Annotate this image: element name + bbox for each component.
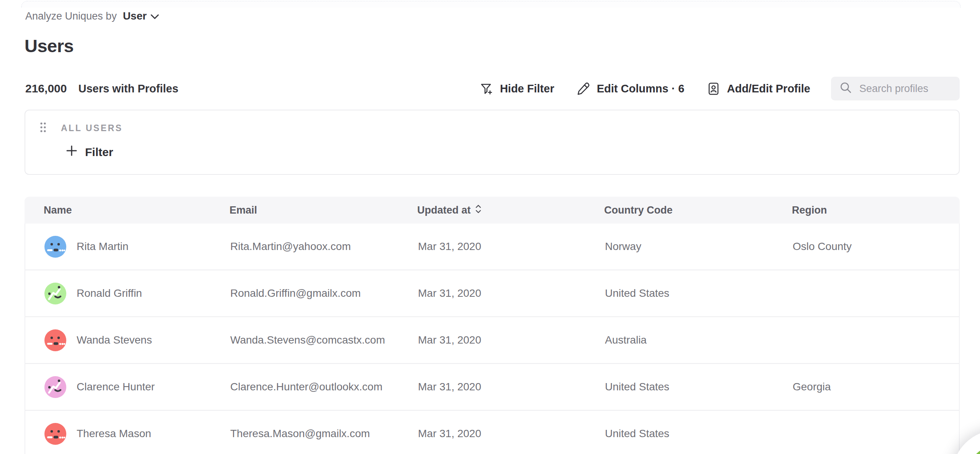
column-header-updated-at[interactable]: Updated at [417,204,604,217]
user-updated-at: Mar 31, 2020 [418,334,481,346]
page-title: Users [25,35,74,56]
avatar [44,376,66,398]
add-filter-label: Filter [85,146,113,159]
user-email: Ronald.Griffin@gmailx.com [230,287,361,299]
table-row[interactable]: Theresa Mason Theresa.Mason@gmailx.com M… [25,411,959,454]
face-neutral-icon [44,236,66,258]
table-body: Rita Martin Rita.Martin@yahoox.com Mar 3… [25,224,960,454]
chevron-down-icon [151,10,159,22]
user-name: Rita Martin [77,240,128,253]
add-edit-profile-button[interactable]: Add/Edit Profile [706,82,811,96]
user-name: Theresa Mason [77,428,151,440]
users-table: Name Email Updated at Country Code Regio… [25,197,960,454]
users-page: Analyze Uniques by User Users 216,000 Us… [0,0,980,454]
column-header-name[interactable]: Name [44,204,229,216]
search-profiles-input[interactable] [859,83,952,95]
user-country-code: Norway [605,240,641,252]
user-email: Wanda.Stevens@comcastx.com [230,334,385,346]
user-email: Clarence.Hunter@outlookx.com [230,381,382,393]
table-row[interactable]: Ronald Griffin Ronald.Griffin@gmailx.com… [25,270,959,317]
add-filter-button[interactable]: Filter [66,145,113,159]
face-smile-icon [44,376,66,398]
avatar [44,283,66,304]
analyze-by-value: User [123,10,147,22]
analyze-uniques-row: Analyze Uniques by User [25,10,159,22]
user-updated-at: Mar 31, 2020 [418,240,481,252]
column-header-email[interactable]: Email [229,204,417,216]
column-header-region[interactable]: Region [792,204,960,216]
table-header: Name Email Updated at Country Code Regio… [25,197,960,224]
card-top-edge [21,1,961,8]
stats-toolbar-row: 216,000 Users with Profiles Hide Filter … [25,76,960,101]
user-country-code: United States [605,428,669,439]
users-count: 216,000 [25,82,67,95]
user-country-code: United States [605,287,669,299]
analyze-by-dropdown[interactable]: User [123,10,159,22]
users-count-label: Users with Profiles [78,82,178,95]
face-smile-icon [44,283,66,304]
hide-filter-label: Hide Filter [500,82,554,95]
drag-handle-icon[interactable] [40,122,46,134]
column-header-country-code[interactable]: Country Code [604,204,792,216]
edit-columns-label: Edit Columns · 6 [597,82,685,95]
user-email: Rita.Martin@yahoox.com [230,240,351,252]
user-country-code: Australia [605,334,647,346]
filter-panel: ALL USERS Filter [25,110,960,175]
user-email: Theresa.Mason@gmailx.com [230,428,370,439]
search-icon [839,81,852,96]
face-neutral-icon [44,329,66,351]
table-row[interactable]: Clarence Hunter Clarence.Hunter@outlookx… [25,364,959,411]
user-region: Georgia [793,381,831,393]
funnel-plus-icon [479,82,493,96]
hide-filter-button[interactable]: Hide Filter [479,82,554,96]
avatar [44,236,66,258]
user-name: Ronald Griffin [77,287,142,299]
plus-icon [66,145,77,159]
analyze-uniques-label: Analyze Uniques by [25,10,117,22]
user-updated-at: Mar 31, 2020 [418,428,481,439]
pencil-icon [576,82,590,96]
table-row[interactable]: Wanda Stevens Wanda.Stevens@comcastx.com… [25,317,959,364]
table-row[interactable]: Rita Martin Rita.Martin@yahoox.com Mar 3… [25,224,959,270]
profile-card-icon [706,82,721,96]
avatar [44,423,66,445]
add-edit-profile-label: Add/Edit Profile [727,82,811,95]
user-updated-at: Mar 31, 2020 [418,287,481,299]
search-profiles-box[interactable] [831,77,960,100]
user-country-code: United States [605,381,669,393]
user-name: Clarence Hunter [77,381,155,393]
filter-group-label: ALL USERS [61,123,123,133]
edit-columns-button[interactable]: Edit Columns · 6 [576,82,685,96]
user-region: Oslo County [793,240,852,252]
face-neutral-icon [44,423,66,445]
sort-chevrons-icon[interactable] [475,204,482,217]
avatar [44,329,66,351]
user-name: Wanda Stevens [77,334,152,346]
user-updated-at: Mar 31, 2020 [418,381,481,393]
